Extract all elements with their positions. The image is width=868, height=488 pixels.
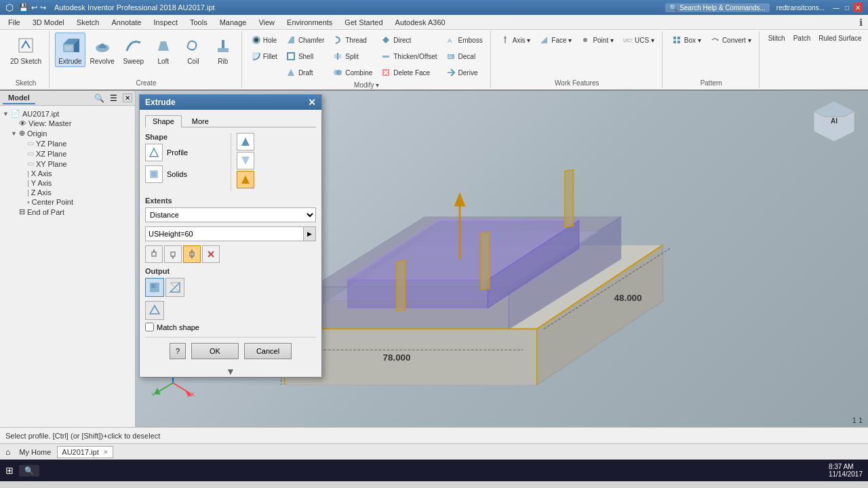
ribbon-btn-direct[interactable]: Direct [377, 33, 440, 47]
menu-3dmodel[interactable]: 3D Model [27, 17, 70, 28]
ribbon-btn-box[interactable]: Box ▾ [668, 33, 705, 47]
menu-view[interactable]: View [253, 17, 280, 28]
dialog-tab-shape[interactable]: Shape [145, 115, 182, 127]
dialog-cancel-button[interactable]: Cancel [244, 343, 292, 359]
ribbon-btn-ucs[interactable]: UCS UCS ▾ [618, 33, 658, 47]
ribbon-btn-stitch[interactable]: Stitch [765, 33, 789, 44]
dialog-tab-more[interactable]: More [184, 115, 216, 127]
maximize-button[interactable]: □ [842, 3, 852, 12]
direction-btn-1[interactable] [237, 133, 254, 150]
minimize-button[interactable]: — [831, 3, 841, 12]
menu-file[interactable]: File [3, 17, 26, 28]
menu-sketch[interactable]: Sketch [71, 17, 105, 28]
dir-btn-cut[interactable] [202, 245, 220, 263]
dialog-close-button[interactable]: ✕ [308, 97, 316, 108]
ribbon-btn-delete-face[interactable]: Delete Face [377, 65, 440, 80]
ribbon-btn-hole[interactable]: Hole [248, 33, 281, 47]
tree-item-end-of-part[interactable]: ⊟ End of Part [0, 207, 135, 217]
ribbon-btn-point[interactable]: Point ▾ [576, 33, 617, 47]
tree-item-origin[interactable]: ▼ ⊕ Origin [0, 128, 135, 138]
dir-btn-positive[interactable] [145, 245, 163, 263]
quick-access-undo[interactable]: ↩ [31, 3, 37, 12]
ribbon-btn-chamfer[interactable]: Chamfer [282, 33, 328, 47]
dialog-ok-button[interactable]: OK [191, 343, 239, 359]
sidebar-close-icon[interactable]: ✕ [123, 94, 132, 102]
output-btn-solid[interactable] [145, 278, 164, 297]
ribbon-btn-2d-sketch[interactable]: 2D Sketch [7, 33, 45, 67]
output-btn-surface[interactable] [165, 278, 184, 297]
ribbon-btn-loft[interactable]: Loft [149, 33, 178, 67]
value-input[interactable] [146, 230, 303, 238]
dialog-help-button[interactable]: ? [170, 343, 186, 359]
ribbon-btn-thread[interactable]: Thread [329, 33, 376, 47]
direction-btn-2[interactable] [237, 152, 254, 169]
value-input-container[interactable]: ▶ [145, 226, 316, 241]
solids-button[interactable] [145, 165, 163, 183]
ribbon-btn-coil[interactable]: Coil [179, 33, 208, 67]
ribbon-btn-ruled-surface[interactable]: Ruled Surface [815, 33, 865, 44]
profile-button[interactable] [145, 144, 163, 161]
tree-item-yz-plane[interactable]: ▭ YZ Plane [0, 138, 135, 148]
extrude-dialog-titlebar[interactable]: Extrude ✕ [140, 95, 321, 110]
taskbar-item-file[interactable]: AU2017.ipt ✕ [57, 446, 113, 458]
start-button[interactable]: ⊞ [5, 465, 14, 476]
menu-environments[interactable]: Environments [281, 17, 338, 28]
ribbon-btn-sweep[interactable]: Sweep [119, 33, 148, 67]
sidebar-menu-icon[interactable]: ☰ [110, 94, 117, 103]
taskbar-home-icon[interactable]: ⌂ [3, 446, 13, 458]
ribbon-btn-combine[interactable]: Combine [329, 65, 376, 80]
ribbon-btn-fillet[interactable]: Fillet [248, 49, 281, 64]
direction-btn-3[interactable] [237, 171, 254, 188]
tree-item-view-master[interactable]: 👁 View: Master [0, 119, 135, 128]
quick-access-save[interactable]: 💾 [19, 3, 28, 12]
search-bar[interactable]: 🔍 [19, 465, 39, 476]
match-shape-label: Match shape [157, 323, 199, 331]
menu-inspect[interactable]: Inspect [149, 17, 183, 28]
dir-btn-symmetric[interactable] [183, 245, 201, 263]
ribbon-btn-revolve[interactable]: Revolve [87, 33, 118, 67]
svg-text:Y: Y [151, 391, 155, 398]
ribbon-btn-face[interactable]: Face ▾ [535, 33, 575, 47]
tree-item-xz-plane[interactable]: ▭ XZ Plane [0, 148, 135, 159]
ribbon-btn-decal[interactable]: Ai Decal [442, 49, 486, 64]
taskbar-item-home[interactable]: My Home [14, 446, 56, 458]
ribbon-btn-derive[interactable]: Derive [442, 65, 486, 80]
menu-manage[interactable]: Manage [214, 17, 252, 28]
tree-item-center-point[interactable]: • Center Point [0, 197, 135, 207]
ribbon-btn-emboss[interactable]: A Emboss [442, 33, 486, 47]
help-search[interactable]: 🔍 Search Help & Commands... [665, 3, 770, 12]
value-arrow-btn[interactable]: ▶ [303, 227, 315, 241]
tree-item-x-axis[interactable]: | X Axis [0, 169, 135, 178]
tree-label-center: Center Point [32, 198, 73, 206]
quick-access-redo[interactable]: ↪ [40, 3, 46, 12]
ribbon-btn-rib[interactable]: Rib [209, 33, 237, 67]
menu-getstarted[interactable]: Get Started [339, 17, 388, 28]
tree-item-xy-plane[interactable]: ▭ XY Plane [0, 159, 135, 169]
ribbon-btn-extrude[interactable]: Extrude [55, 33, 85, 67]
menu-annotate[interactable]: Annotate [106, 17, 146, 28]
menu-tools[interactable]: Tools [184, 17, 213, 28]
chamfer-icon [285, 35, 296, 45]
ribbon-btn-draft[interactable]: Draft [282, 65, 328, 80]
extra-output-btn[interactable] [145, 301, 164, 320]
ribbon-btn-split[interactable]: Split [329, 49, 376, 64]
svg-marker-84 [191, 249, 193, 252]
ribbon-btn-thicken[interactable]: Thicken/Offset [377, 49, 440, 64]
title-text: Autodesk Inventor Professional 2018 AU20… [54, 3, 215, 12]
ribbon-btn-axis[interactable]: Axis ▾ [496, 33, 534, 47]
taskbar-close-btn[interactable]: ✕ [103, 449, 108, 455]
tree-item-y-axis[interactable]: | Y Axis [0, 178, 135, 188]
extents-select[interactable]: Distance To Next To From To To All [145, 207, 316, 222]
ribbon-btn-patch[interactable]: Patch [790, 33, 814, 44]
sidebar-tab-model[interactable]: Model [3, 92, 35, 104]
tree-item-z-axis[interactable]: | Z Axis [0, 188, 135, 197]
ribbon-btn-convert[interactable]: Convert ▾ [706, 33, 755, 47]
match-shape-checkbox[interactable] [145, 323, 154, 331]
ribbon-btn-shell[interactable]: Shell [282, 49, 328, 64]
sidebar-search-icon[interactable]: 🔍 [94, 94, 104, 103]
menu-a360[interactable]: Autodesk A360 [390, 17, 451, 28]
close-button[interactable]: ✕ [853, 3, 863, 12]
dir-btn-negative[interactable] [164, 245, 182, 263]
tree-item-file[interactable]: ▼ 📄 AU2017.ipt [0, 108, 135, 119]
viewport[interactable]: AI [136, 91, 868, 427]
